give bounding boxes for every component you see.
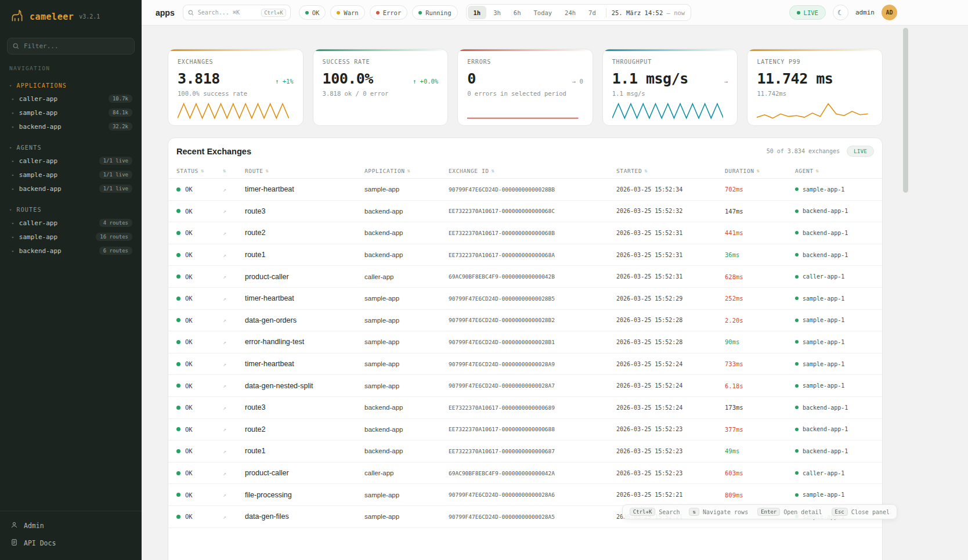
agent-name: caller-app-1 — [803, 273, 844, 280]
column-header-status[interactable]: STATUS⇅ — [176, 168, 223, 174]
sidebar-item-caller-app[interactable]: ▸caller-app10.7k — [0, 92, 142, 106]
table-row[interactable]: OK↗route3backend-appEE7322370A10617-0000… — [168, 397, 882, 419]
section-label: AGENTS — [16, 144, 41, 151]
column-header-route[interactable]: ROUTE⇅ — [245, 168, 364, 174]
open-detail-icon[interactable]: ↗ — [223, 273, 226, 280]
stat-title: LATENCY P99 — [757, 59, 873, 65]
section-header-applications[interactable]: ▾APPLICATIONS — [0, 78, 142, 92]
app-logo[interactable]: cameleer v3.2.1 — [0, 0, 142, 31]
stat-value-row: 11.742 ms — [757, 70, 873, 87]
open-detail-icon[interactable]: ↗ — [223, 426, 226, 432]
route-cell: data-gen-nested-split — [245, 382, 364, 390]
column-header-duration[interactable]: DURATION⇅ — [725, 168, 795, 174]
column-header-expand[interactable]: ⇅ — [223, 168, 245, 174]
open-detail-icon[interactable]: ↗ — [223, 404, 226, 411]
table-row[interactable]: OK↗timer-heartbeatsample-app90799F47E6CD… — [168, 353, 882, 375]
theme-toggle[interactable]: ☾ — [833, 5, 848, 20]
agent-name: backend-app-1 — [803, 252, 848, 258]
search-box[interactable]: Ctrl+K — [183, 5, 291, 20]
table-row[interactable]: OK↗data-gen-orderssample-app90799F47E6CD… — [168, 310, 882, 332]
agent-name: caller-app-1 — [803, 470, 844, 476]
status-dot-icon — [337, 11, 340, 15]
open-detail-icon[interactable]: ↗ — [223, 361, 226, 367]
table-row[interactable]: OK↗product-callercaller-app69AC90BF8EBC4… — [168, 266, 882, 288]
scrollbar[interactable] — [903, 28, 908, 193]
sidebar-item-caller-app[interactable]: ▸caller-app4 routes — [0, 216, 142, 230]
open-detail-icon[interactable]: ↗ — [223, 230, 226, 236]
table-row[interactable]: OK↗timer-heartbeatsample-app90799F47E6CD… — [168, 288, 882, 310]
filter-chip-label: Running — [425, 9, 451, 16]
table-row[interactable]: OK↗route1backend-appEE7322370A10617-0000… — [168, 440, 882, 463]
sidebar-item-caller-app[interactable]: ▸caller-app1/1 live — [0, 154, 142, 168]
time-range-6h[interactable]: 6h — [508, 6, 527, 19]
status-label: OK — [185, 186, 193, 193]
column-header-exchange-id[interactable]: EXCHANGE ID⇅ — [449, 168, 616, 174]
sidebar-item-backend-app[interactable]: ▸backend-app32.2k — [0, 120, 142, 133]
app-name: cameleer — [30, 12, 74, 22]
time-range-today[interactable]: Today — [528, 6, 558, 19]
exchange-id-cell: EE7322370A10617-0000000000000688 — [449, 426, 616, 432]
open-detail-icon[interactable]: ↗ — [223, 295, 226, 302]
sidebar-item-sample-app[interactable]: ▸sample-app16 routes — [0, 230, 142, 244]
table-row[interactable]: OK↗timer-heartbeatsample-app90799F47E6CD… — [168, 179, 882, 201]
application-cell: sample-app — [364, 338, 449, 345]
open-detail-icon[interactable]: ↗ — [223, 252, 226, 258]
time-range-1h[interactable]: 1h — [468, 6, 487, 19]
open-detail-icon[interactable]: ↗ — [223, 492, 226, 498]
table-row[interactable]: OK↗route1backend-appEE7322370A10617-0000… — [168, 244, 882, 266]
table-row[interactable]: OK↗route3backend-appEE7322370A10617-0000… — [168, 201, 882, 223]
filter-chip-error[interactable]: Error — [370, 5, 408, 20]
time-range-7d[interactable]: 7d — [583, 6, 602, 19]
table-row[interactable]: OK↗route2backend-appEE7322370A10617-0000… — [168, 419, 882, 441]
duration-cell: 6.18s — [725, 382, 795, 389]
stat-delta: → 0 — [572, 78, 583, 85]
open-detail-icon[interactable]: ↗ — [223, 186, 226, 193]
column-header-started[interactable]: STARTED⇅ — [616, 168, 725, 174]
time-range-3h[interactable]: 3h — [487, 6, 507, 19]
sidebar-item-label: sample-app — [19, 233, 57, 241]
column-label: APPLICATION — [364, 168, 405, 174]
column-header-application[interactable]: APPLICATION⇅ — [364, 168, 449, 174]
sidebar-filter-input[interactable] — [7, 38, 135, 55]
agent-cell: backend-app-1 — [795, 448, 874, 454]
filter-chip-ok[interactable]: OK — [299, 5, 326, 20]
open-detail-icon[interactable]: ↗ — [223, 208, 226, 214]
stat-subtext: 3.818 ok / 0 error — [323, 90, 439, 97]
filter-chip-running[interactable]: Running — [412, 5, 457, 20]
column-header-agent[interactable]: AGENT⇅ — [795, 168, 874, 174]
table-row[interactable]: OK↗error-handling-testsample-app90799F47… — [168, 331, 882, 353]
table-row[interactable]: OK↗file-processingsample-app90799F47E6CD… — [168, 484, 882, 506]
open-detail-icon[interactable]: ↗ — [223, 339, 226, 345]
filter-chip-label: Error — [383, 9, 402, 16]
live-toggle[interactable]: LIVE — [789, 5, 826, 20]
sidebar-item-backend-app[interactable]: ▸backend-app1/1 live — [0, 182, 142, 196]
sidebar-item-backend-app[interactable]: ▸backend-app6 routes — [0, 244, 142, 258]
sidebar-item-sample-app[interactable]: ▸sample-app1/1 live — [0, 168, 142, 182]
stat-value: 100.0% — [323, 70, 373, 87]
datetime-display: 25. März 14:52 — now — [612, 9, 688, 16]
sidebar-footer-admin[interactable]: Admin — [6, 517, 136, 534]
search-input[interactable] — [198, 9, 258, 16]
status-ok-dot-icon — [176, 253, 180, 257]
status-label: OK — [185, 447, 193, 454]
sort-icon: ⇅ — [816, 168, 819, 174]
table-row[interactable]: OK↗product-callercaller-app69AC90BF8EBC4… — [168, 463, 882, 485]
open-detail-icon[interactable]: ↗ — [223, 317, 226, 323]
table-row[interactable]: OK↗route2backend-appEE7322370A10617-0000… — [168, 222, 882, 244]
open-detail-icon[interactable]: ↗ — [223, 382, 226, 389]
section-header-agents[interactable]: ▾AGENTS — [0, 140, 142, 154]
started-cell: 2026-03-25 15:52:28 — [616, 339, 725, 345]
filter-chip-warn[interactable]: Warn — [330, 5, 364, 20]
sidebar-footer-api-docs[interactable]: API Docs — [6, 534, 136, 552]
open-detail-icon[interactable]: ↗ — [223, 514, 226, 520]
open-detail-icon[interactable]: ↗ — [223, 470, 226, 476]
section-header-routes[interactable]: ▾ROUTES — [0, 203, 142, 216]
chevron-right-icon: ▸ — [12, 186, 15, 192]
table-row[interactable]: OK↗data-gen-nested-splitsample-app90799F… — [168, 375, 882, 397]
open-detail-icon[interactable]: ↗ — [223, 448, 226, 454]
status-label: OK — [185, 208, 193, 215]
avatar[interactable]: AD — [882, 5, 897, 20]
duration-cell: 603ms — [725, 469, 795, 476]
sidebar-item-sample-app[interactable]: ▸sample-app84.1k — [0, 106, 142, 120]
time-range-24h[interactable]: 24h — [559, 6, 581, 19]
